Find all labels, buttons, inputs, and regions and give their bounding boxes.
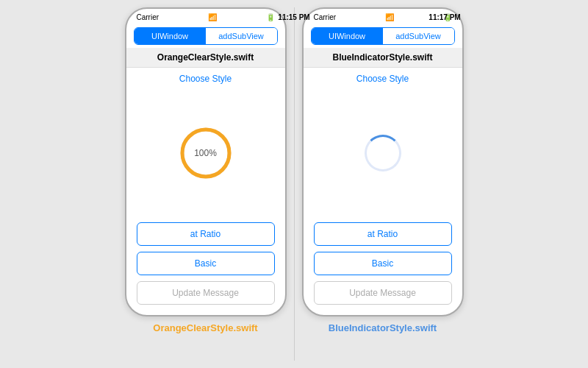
main-container: Carrier 📶 11:15 PM 🔋 UIWindow addSubView…	[0, 0, 588, 368]
left-at-ratio-button[interactable]: at Ratio	[137, 222, 275, 246]
left-choose-style[interactable]: Choose Style	[126, 68, 285, 90]
left-progress-ring: 100%	[176, 124, 235, 183]
left-tab-addsubview[interactable]: addSubView	[206, 28, 277, 44]
left-filename: OrangeClearStyle.swift	[126, 48, 285, 68]
right-update-message-button: Update Message	[314, 281, 452, 305]
left-tab-uiwindow[interactable]: UIWindow	[135, 28, 206, 44]
right-time: 11:17 PM	[429, 13, 460, 21]
left-status-bar: Carrier 📶 11:15 PM 🔋	[126, 9, 285, 24]
divider	[294, 7, 295, 361]
left-update-message-button: Update Message	[137, 281, 275, 305]
left-battery-icon: 🔋	[266, 13, 275, 21]
right-choose-style[interactable]: Choose Style	[304, 68, 462, 90]
left-footer-label: OrangeClearStyle.swift	[153, 322, 257, 333]
right-status-bar: Carrier 📶 11:17 PM 🔋	[304, 9, 462, 24]
left-carrier: Carrier	[137, 13, 159, 21]
left-phone-wrapper: Carrier 📶 11:15 PM 🔋 UIWindow addSubView…	[125, 7, 287, 333]
right-main-area	[304, 90, 462, 216]
right-phone-wrapper: Carrier 📶 11:17 PM 🔋 UIWindow addSubView…	[302, 7, 464, 333]
left-buttons-area: at Ratio Basic Update Message	[126, 216, 285, 315]
left-seg-control: UIWindow addSubView	[134, 27, 278, 45]
right-spinner	[365, 135, 401, 171]
right-footer-label: BlueIndicatorStyle.swift	[329, 322, 437, 333]
left-phone: Carrier 📶 11:15 PM 🔋 UIWindow addSubView…	[125, 7, 287, 316]
right-tab-addsubview[interactable]: addSubView	[383, 28, 454, 44]
right-carrier: Carrier	[314, 13, 337, 21]
left-main-area: 100%	[126, 90, 285, 216]
left-time: 11:15 PM	[278, 13, 286, 21]
right-tab-uiwindow[interactable]: UIWindow	[312, 28, 383, 44]
right-filename: BlueIndicatorStyle.swift	[304, 48, 462, 68]
right-seg-control: UIWindow addSubView	[311, 27, 455, 45]
right-buttons-area: at Ratio Basic Update Message	[304, 216, 462, 315]
right-phone: Carrier 📶 11:17 PM 🔋 UIWindow addSubView…	[302, 7, 464, 316]
right-at-ratio-button[interactable]: at Ratio	[314, 222, 452, 246]
right-wifi-icon: 📶	[385, 13, 394, 21]
left-wifi-icon: 📶	[208, 13, 217, 21]
left-basic-button[interactable]: Basic	[137, 252, 275, 275]
left-progress-label: 100%	[194, 148, 217, 158]
right-basic-button[interactable]: Basic	[314, 252, 452, 275]
